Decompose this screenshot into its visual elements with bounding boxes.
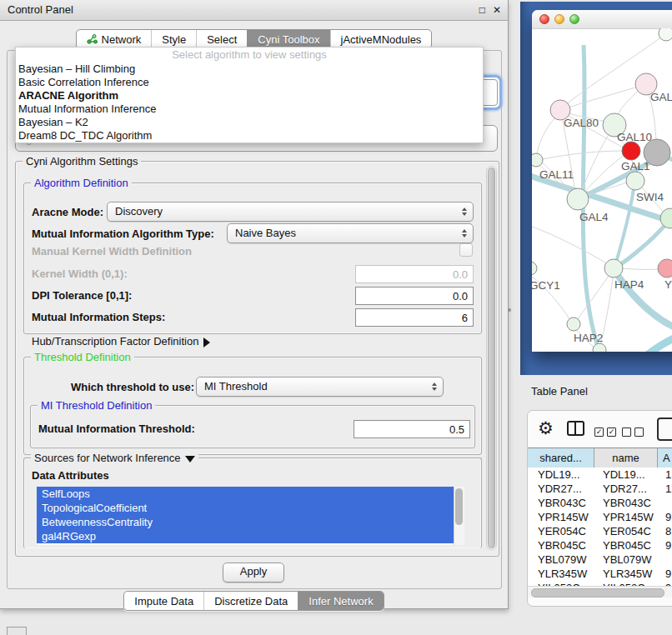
node-gal1[interactable]	[626, 172, 644, 190]
manual-kernel-width-checkbox[interactable]	[459, 243, 473, 257]
table-mode-button-partial[interactable]	[657, 418, 672, 441]
cell-value	[658, 552, 665, 567]
float-window-icon[interactable]: □	[479, 5, 485, 15]
column-header-partial[interactable]: A	[658, 448, 672, 468]
label-gal4: GAL4	[579, 211, 609, 223]
mi-threshold-label: Mutual Information Threshold:	[38, 420, 195, 438]
algorithm-option[interactable]: Dream8 DC_TDC Algorithm	[16, 129, 483, 142]
data-attributes-list[interactable]: SelfLoops TopologicalCoefficient Between…	[37, 487, 464, 545]
close-traffic-light-icon[interactable]	[539, 14, 549, 24]
column-header-shared-name[interactable]: shared...	[528, 448, 594, 468]
table-row[interactable]: YBR045CYBR045C9.	[528, 538, 672, 552]
tab-discretize-data[interactable]: Discretize Data	[203, 592, 298, 610]
attributes-scrollbar[interactable]	[454, 487, 464, 545]
label-hap4: HAP4	[614, 278, 644, 291]
tab-jactivemnodules-label: jActiveMNodules	[341, 33, 422, 46]
which-threshold-value: MI Threshold	[204, 380, 268, 392]
cell-value: 8.	[658, 524, 672, 538]
mi-threshold-field[interactable]: 0.5	[354, 420, 470, 438]
attribute-item-selected[interactable]: gal4RGexp	[37, 529, 454, 543]
attribute-item-selected[interactable]: TopologicalCoefficient	[37, 501, 454, 515]
cell-value: 13	[658, 468, 672, 482]
kernel-width-field[interactable]: 0.0	[355, 265, 474, 283]
algorithm-option[interactable]: Bayesian – K2	[16, 116, 483, 129]
cyni-mode-tab-bar: Impute Data Discretize Data Infer Networ…	[0, 591, 508, 611]
sources-expander[interactable]: Sources for Network Inference	[31, 452, 198, 464]
cell-shared-name: YPR145W	[528, 510, 594, 524]
tab-network[interactable]: Network	[77, 30, 152, 48]
node-hap4[interactable]	[604, 259, 623, 278]
column-header-name[interactable]: name	[594, 448, 658, 468]
cell-name: YDL19...	[594, 468, 658, 482]
table-horizontal-scrollbar[interactable]	[528, 586, 672, 598]
mi-steps-field[interactable]: 6	[355, 308, 474, 327]
algorithm-option[interactable]: Mutual Information Inference	[16, 102, 483, 116]
tab-jactivemnodules[interactable]: jActiveMNodules	[330, 30, 432, 48]
algorithm-option[interactable]: Bayesian – Hill Climbing	[16, 62, 483, 76]
node-hap2[interactable]	[567, 318, 580, 331]
tab-cyni-toolbox[interactable]: Cyni Toolbox	[247, 30, 329, 48]
cell-shared-name: YER054C	[528, 524, 594, 538]
hub-definition-expander[interactable]: Hub/Transcription Factor Definition	[32, 335, 210, 348]
apply-button[interactable]: Apply	[223, 562, 284, 582]
tab-infer-network-label: Infer Network	[308, 595, 373, 608]
deselect-checkbox-icon[interactable]	[622, 428, 631, 437]
settings-scrollbar-thumb[interactable]	[488, 168, 495, 548]
cell-value: 12	[658, 482, 672, 496]
tab-select[interactable]: Select	[196, 30, 247, 48]
table-horizontal-scrollbar-thumb[interactable]	[531, 588, 664, 598]
node-gal4[interactable]	[567, 188, 589, 210]
attributes-scrollbar-thumb[interactable]	[455, 488, 463, 525]
node-red[interactable]	[622, 142, 640, 160]
node-gal11[interactable]	[532, 153, 543, 167]
aracne-mode-label: Aracne Mode:	[32, 202, 103, 222]
tab-infer-network[interactable]: Infer Network	[298, 592, 383, 610]
table-row[interactable]: YDR27...YDR27...12	[528, 482, 672, 496]
data-attributes-label: Data Attributes	[32, 469, 109, 482]
column-selector-icon[interactable]	[567, 421, 584, 436]
mi-steps-label: Mutual Information Steps:	[32, 308, 165, 327]
deselect-checkbox-icon[interactable]	[634, 428, 644, 437]
tab-discretize-data-label: Discretize Data	[214, 595, 288, 608]
select-all-checkbox-icon[interactable]: ✓	[594, 428, 604, 437]
table-row[interactable]: YLR345WYLR345W9.	[528, 567, 672, 581]
algorithm-option[interactable]: Basic Correlation Inference	[16, 76, 483, 89]
table-row[interactable]: YER054CYER054C8.	[528, 524, 672, 538]
network-graph[interactable]: GAL GAL80 GAL10 GAL1 GAL11 SWI4 GAL4 GCY…	[532, 28, 672, 352]
tab-style-label: Style	[162, 33, 186, 46]
node-partial-top[interactable]	[659, 28, 672, 41]
node-gcy1[interactable]	[532, 262, 537, 275]
table-row[interactable]: YBL079WYBL079W	[528, 552, 672, 567]
table-row[interactable]: YPR145WYPR145W9.	[528, 510, 672, 524]
label-gal-clipped: GAL	[650, 91, 672, 103]
cell-shared-name: YBR045C	[528, 538, 594, 552]
panel-divider-handle[interactable]	[508, 308, 511, 312]
select-all-checkbox-icon[interactable]: ✓	[607, 428, 616, 437]
minimize-traffic-light-icon[interactable]	[554, 14, 564, 24]
zoom-traffic-light-icon[interactable]	[569, 14, 579, 24]
which-threshold-combobox[interactable]: MI Threshold	[196, 377, 444, 397]
tab-impute-data[interactable]: Impute Data	[124, 592, 203, 610]
control-panel-titlebar[interactable]: Control Panel □ ✕	[0, 0, 508, 21]
table-row[interactable]: YDL19...YDL19...13	[528, 468, 672, 482]
dpi-tolerance-field[interactable]: 0.0	[355, 287, 474, 305]
attribute-item-selected[interactable]: BetweennessCentrality	[37, 515, 454, 529]
algorithm-definition-title: Algorithm Definition	[31, 177, 132, 189]
tab-select-label: Select	[207, 33, 237, 46]
cell-value: 9.	[658, 567, 672, 581]
algorithm-option-selected[interactable]: ARACNE Algorithm	[16, 89, 483, 102]
network-window[interactable]: GAL GAL80 GAL10 GAL1 GAL11 SWI4 GAL4 GCY…	[532, 10, 672, 352]
cell-value	[658, 496, 665, 510]
table-row[interactable]: YBR043CYBR043C	[528, 496, 672, 510]
aracne-mode-combobox[interactable]: Discovery	[107, 202, 474, 222]
settings-scrollbar[interactable]	[486, 166, 497, 550]
mi-algorithm-type-combobox[interactable]: Naive Bayes	[227, 223, 474, 243]
close-icon[interactable]: ✕	[493, 5, 501, 15]
attribute-item-selected[interactable]: SelfLoops	[37, 487, 454, 501]
cell-shared-name: YDL19...	[528, 468, 594, 482]
network-window-titlebar[interactable]	[532, 10, 672, 29]
tab-style[interactable]: Style	[151, 30, 196, 48]
gear-icon[interactable]: ⚙	[538, 418, 554, 439]
node-partial-bottom[interactable]	[593, 343, 606, 352]
node-y-clipped[interactable]	[658, 259, 672, 278]
